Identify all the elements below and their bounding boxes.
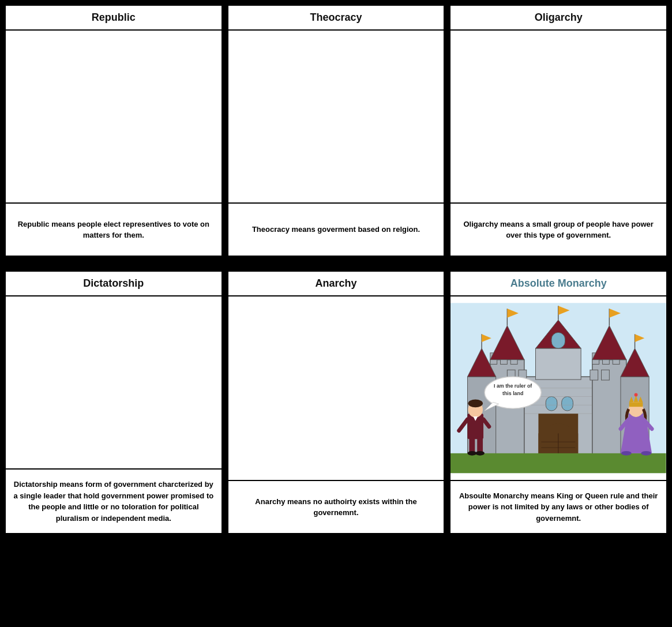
svg-rect-49 (478, 436, 483, 453)
cell-dictatorship: Dictatorship Dictatorship means form of … (5, 271, 223, 534)
image-republic (6, 31, 222, 204)
image-absolute-monarchy: I am the ruler of this land (450, 296, 666, 481)
svg-point-69 (621, 451, 632, 456)
cell-republic: Republic Republic means people elect rep… (5, 5, 223, 257)
svg-text:I am the ruler of: I am the ruler of (494, 383, 532, 389)
row-separator (5, 261, 667, 266)
header-republic: Republic (6, 6, 222, 31)
cell-theocracy: Theocracy Theocracy means goverment base… (227, 5, 445, 257)
svg-rect-42 (590, 370, 598, 380)
desc-theocracy: Theocracy means goverment based on relgi… (228, 204, 444, 256)
desc-oligarchy: Oligarchy means a small group of people … (450, 204, 666, 256)
svg-rect-39 (551, 332, 565, 348)
main-grid: Republic Republic means people elect rep… (5, 5, 667, 534)
desc-anarchy: Anarchy means no authoirty exists within… (228, 481, 444, 533)
desc-absolute-monarchy: Absoulte Monarchy means King or Queen ru… (450, 481, 666, 534)
image-dictatorship (6, 296, 222, 470)
svg-point-47 (468, 399, 483, 407)
castle-scene-svg: I am the ruler of this land (450, 296, 666, 480)
header-anarchy: Anarchy (228, 272, 444, 296)
cell-oligarchy: Oligarchy Oligarchy means a small group … (449, 5, 667, 257)
svg-point-66 (635, 393, 638, 397)
svg-rect-35 (536, 348, 581, 380)
svg-text:this land: this land (502, 391, 523, 396)
image-oligarchy (450, 31, 666, 204)
header-theocracy: Theocracy (228, 6, 444, 31)
cell-anarchy: Anarchy Anarchy means no authoirty exist… (227, 271, 445, 534)
svg-rect-48 (470, 436, 475, 453)
svg-point-50 (468, 451, 477, 456)
svg-rect-7 (546, 396, 558, 411)
svg-point-51 (476, 451, 485, 456)
desc-dictatorship: Dictatorship means form of government ch… (6, 470, 222, 533)
header-oligarchy: Oligarchy (450, 6, 666, 31)
desc-republic: Republic means people elect representive… (6, 204, 222, 256)
image-anarchy (228, 296, 444, 481)
header-dictatorship: Dictatorship (6, 272, 222, 296)
svg-rect-43 (602, 370, 610, 380)
svg-rect-8 (562, 396, 573, 411)
image-theocracy (228, 31, 444, 204)
header-absolute-monarchy: Absolute Monarchy (450, 272, 666, 296)
svg-rect-62 (629, 402, 643, 407)
svg-point-70 (641, 451, 652, 456)
svg-rect-44 (450, 453, 666, 473)
cell-absolute-monarchy: Absolute Monarchy (449, 271, 667, 534)
